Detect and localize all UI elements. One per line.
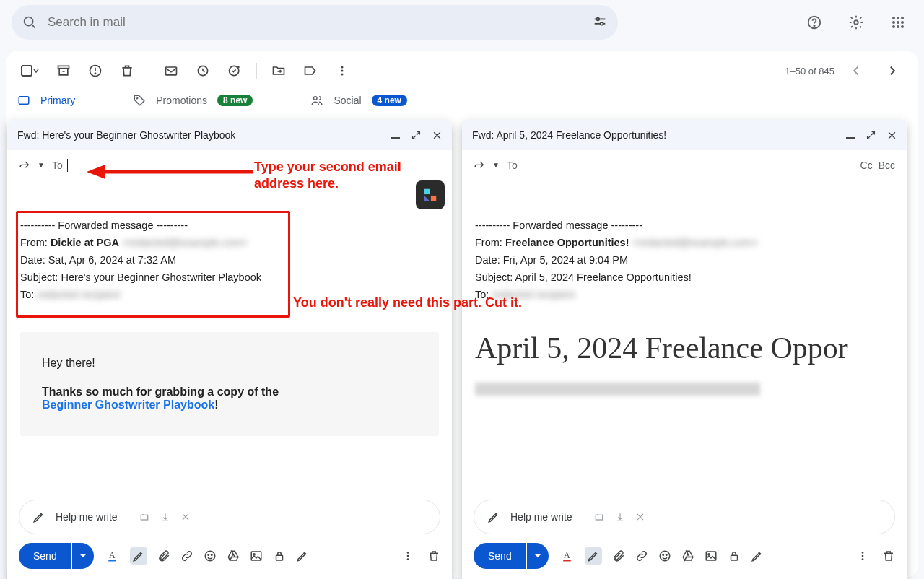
tab-social[interactable]: Social 4 new	[310, 94, 407, 107]
spam-icon[interactable]	[81, 56, 110, 85]
drive-icon[interactable]	[681, 549, 694, 562]
link-icon[interactable]	[635, 549, 648, 562]
add-task-icon[interactable]	[220, 56, 249, 85]
social-badge: 4 new	[372, 95, 407, 106]
svg-point-30	[136, 97, 138, 99]
chevron-down-icon[interactable]: ▼	[38, 161, 45, 169]
newsletter-title: April 5, 2024 Freelance Oppor	[475, 331, 894, 365]
compose-header[interactable]: Fwd: Here's your Beginner Ghostwriter Pl…	[7, 120, 452, 150]
bcc-button[interactable]: Bcc	[879, 160, 895, 171]
settings-icon[interactable]	[842, 8, 871, 37]
send-button[interactable]: Send	[19, 543, 71, 569]
attach-icon[interactable]	[612, 549, 625, 562]
confidential-icon[interactable]	[728, 549, 741, 562]
compose-bottom: Send A	[462, 543, 907, 579]
move-icon[interactable]	[264, 56, 293, 85]
emoji-icon[interactable]	[204, 549, 217, 562]
send-button[interactable]: Send	[474, 543, 526, 569]
help-icon[interactable]	[800, 8, 829, 37]
minimize-icon[interactable]	[391, 131, 400, 140]
fullscreen-icon[interactable]	[866, 131, 876, 140]
suggest-icon-3[interactable]	[180, 512, 191, 522]
fwd-to: redacted recipient	[37, 289, 120, 300]
close-icon[interactable]	[887, 131, 897, 140]
link-icon[interactable]	[180, 549, 193, 562]
discard-icon[interactable]	[882, 549, 895, 562]
reply-type-icon[interactable]	[474, 160, 485, 171]
compose-header[interactable]: Fwd: April 5, 2024 Freelance Opportuniti…	[462, 120, 907, 150]
svg-point-4	[596, 18, 599, 21]
attach-icon[interactable]	[157, 549, 170, 562]
svg-point-28	[341, 74, 344, 76]
tab-primary[interactable]: Primary	[17, 94, 75, 107]
svg-point-15	[892, 25, 895, 28]
mail-toolbar: 1–50 of 845	[6, 51, 918, 91]
more-options-icon[interactable]	[856, 549, 869, 562]
compose-body[interactable]: ---------- Forwarded message --------- F…	[462, 180, 907, 500]
svg-point-27	[341, 70, 344, 72]
drive-icon[interactable]	[227, 549, 240, 562]
suggest-icon-1[interactable]	[139, 511, 150, 523]
svg-rect-46	[596, 515, 602, 520]
topbar	[0, 0, 924, 45]
more-options-icon[interactable]	[401, 549, 414, 562]
compose-bottom: Send A	[7, 543, 452, 579]
fullscreen-icon[interactable]	[411, 131, 421, 140]
format-icon[interactable]: A	[107, 549, 120, 562]
chevron-down-icon[interactable]: ▼	[492, 161, 500, 169]
apps-icon[interactable]	[884, 8, 912, 37]
format-icon[interactable]: A	[562, 549, 575, 562]
snooze-icon[interactable]	[188, 56, 217, 85]
redacted-bar	[475, 383, 760, 396]
svg-point-5	[601, 22, 603, 25]
compose-body[interactable]: ---------- Forwarded message --------- F…	[7, 180, 452, 500]
category-tabs: Primary Promotions 8 new Social 4 new	[6, 91, 918, 107]
svg-rect-48	[563, 560, 571, 561]
svg-point-55	[862, 552, 864, 554]
svg-point-51	[666, 554, 667, 556]
help-me-write-bar[interactable]: Help me write	[19, 500, 440, 534]
confidential-icon[interactable]	[273, 549, 286, 562]
ink-icon[interactable]	[751, 549, 764, 562]
body-link[interactable]: Beginner Ghostwriter Playbook	[42, 399, 214, 411]
search-input[interactable]	[48, 15, 582, 30]
signature-icon[interactable]	[585, 547, 602, 565]
prev-page-icon[interactable]	[842, 56, 871, 85]
reply-type-icon[interactable]	[19, 160, 30, 171]
archive-icon[interactable]	[49, 56, 78, 85]
emoji-icon[interactable]	[658, 549, 671, 562]
compose-subject: Fwd: Here's your Beginner Ghostwriter Pl…	[17, 129, 235, 141]
signature-icon[interactable]	[130, 547, 147, 565]
svg-point-50	[663, 554, 664, 556]
help-me-write-bar[interactable]: Help me write	[474, 500, 895, 534]
mark-read-icon[interactable]	[157, 56, 186, 85]
cc-button[interactable]: Cc	[860, 160, 873, 171]
label-icon[interactable]	[296, 56, 325, 85]
svg-point-8	[854, 20, 858, 25]
ink-icon[interactable]	[296, 549, 309, 562]
tab-promotions[interactable]: Promotions 8 new	[133, 94, 253, 107]
discard-icon[interactable]	[427, 549, 440, 562]
svg-point-38	[211, 554, 212, 556]
delete-icon[interactable]	[113, 56, 141, 85]
send-dropdown[interactable]	[527, 543, 549, 569]
suggest-icon-3[interactable]	[635, 512, 645, 522]
svg-point-44	[407, 558, 409, 560]
people-icon	[310, 94, 323, 107]
select-checkbox[interactable]	[17, 56, 46, 85]
close-icon[interactable]	[432, 131, 442, 140]
send-dropdown[interactable]	[72, 543, 94, 569]
search-box[interactable]	[12, 5, 618, 40]
suggest-icon-1[interactable]	[593, 511, 605, 523]
more-icon[interactable]	[328, 56, 357, 85]
image-icon[interactable]	[705, 549, 718, 562]
suggest-icon-2[interactable]	[160, 511, 170, 523]
tune-icon[interactable]	[592, 14, 608, 30]
next-page-icon[interactable]	[878, 56, 907, 85]
annotation-text-1: Type your second email address here.	[254, 159, 442, 191]
image-icon[interactable]	[250, 549, 263, 562]
suggest-icon-2[interactable]	[615, 511, 625, 523]
minimize-icon[interactable]	[846, 131, 855, 140]
to-row[interactable]: ▼ To Cc Bcc	[462, 150, 907, 180]
to-label: To	[52, 160, 63, 171]
